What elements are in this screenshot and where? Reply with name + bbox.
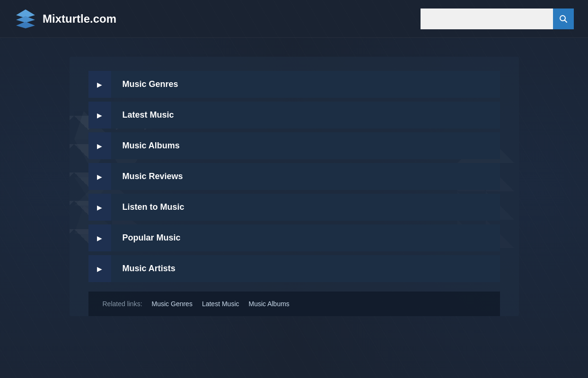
related-links-container: Music GenresLatest MusicMusic Albums [152,300,290,308]
menu-label-listen: Listen to Music [111,194,500,221]
menu-item-listen[interactable]: ▶ Listen to Music [88,194,500,221]
menu-label-artists: Music Artists [111,255,500,282]
related-link-latest[interactable]: Latest Music [202,300,239,308]
header: Mixturtle.com [0,0,588,38]
menu-label-albums: Music Albums [111,132,500,159]
svg-marker-1 [16,16,35,23]
menu-arrow-artists: ▶ [88,255,111,282]
menu-label-latest: Latest Music [111,102,500,129]
related-link-genres[interactable]: Music Genres [152,300,193,308]
content-panel: ▶ Music Genres ▶ Latest Music ▶ Music Al… [70,57,519,316]
menu-item-reviews[interactable]: ▶ Music Reviews [88,163,500,190]
menu-arrow-popular: ▶ [88,224,111,251]
related-label: Related links: [103,300,142,308]
menu-arrow-genres: ▶ [88,71,111,98]
menu-item-genres[interactable]: ▶ Music Genres [88,71,500,98]
menu-label-reviews: Music Reviews [111,163,500,190]
menu-arrow-listen: ▶ [88,194,111,221]
related-link-albums[interactable]: Music Albums [249,300,290,308]
logo-icon [14,8,37,30]
svg-line-4 [565,20,567,22]
menu-item-latest[interactable]: ▶ Latest Music [88,102,500,129]
menu-list: ▶ Music Genres ▶ Latest Music ▶ Music Al… [88,71,500,282]
logo-area: Mixturtle.com [14,8,116,30]
menu-item-artists[interactable]: ▶ Music Artists [88,255,500,282]
menu-item-popular[interactable]: ▶ Popular Music [88,224,500,251]
menu-arrow-reviews: ▶ [88,163,111,190]
menu-arrow-latest: ▶ [88,102,111,129]
search-icon [559,15,568,23]
related-links-bar: Related links: Music GenresLatest MusicM… [88,292,500,316]
menu-label-genres: Music Genres [111,71,500,98]
menu-item-albums[interactable]: ▶ Music Albums [88,132,500,159]
menu-arrow-albums: ▶ [88,132,111,159]
main-content: ▶ Music Genres ▶ Latest Music ▶ Music Al… [0,38,588,326]
search-input[interactable] [421,9,553,29]
search-area [421,9,574,29]
site-title: Mixturtle.com [43,12,116,26]
svg-marker-2 [16,22,35,28]
menu-label-popular: Popular Music [111,224,500,251]
search-button[interactable] [553,9,574,29]
